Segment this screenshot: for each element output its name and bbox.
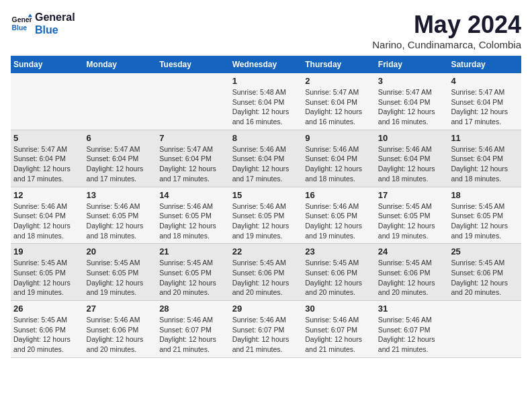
calendar-cell: 25Sunrise: 5:45 AMSunset: 6:06 PMDayligh… [448, 244, 521, 301]
day-info: Sunrise: 5:46 AMSunset: 6:07 PMDaylight:… [232, 315, 300, 355]
page-header: General Blue General Blue May 2024 Narin… [11, 11, 521, 50]
calendar-cell: 23Sunrise: 5:45 AMSunset: 6:06 PMDayligh… [302, 244, 375, 301]
week-row-1: 1Sunrise: 5:48 AMSunset: 6:04 PMDaylight… [11, 73, 521, 130]
day-info: Sunrise: 5:48 AMSunset: 6:04 PMDaylight:… [232, 87, 300, 127]
day-info: Sunrise: 5:46 AMSunset: 6:04 PMDaylight:… [13, 201, 81, 241]
day-number: 13 [87, 190, 154, 200]
calendar-cell: 21Sunrise: 5:45 AMSunset: 6:05 PMDayligh… [157, 244, 230, 301]
day-info: Sunrise: 5:47 AMSunset: 6:04 PMDaylight:… [159, 144, 227, 184]
calendar-cell: 12Sunrise: 5:46 AMSunset: 6:04 PMDayligh… [11, 187, 84, 244]
day-info: Sunrise: 5:45 AMSunset: 6:06 PMDaylight:… [305, 258, 373, 298]
day-info: Sunrise: 5:45 AMSunset: 6:05 PMDaylight:… [13, 258, 81, 298]
day-number: 30 [305, 304, 373, 314]
calendar-cell: 14Sunrise: 5:46 AMSunset: 6:05 PMDayligh… [157, 187, 230, 244]
logo-line1: General [35, 11, 75, 24]
day-number: 27 [87, 304, 154, 314]
day-info: Sunrise: 5:46 AMSunset: 6:05 PMDaylight:… [159, 201, 227, 241]
calendar-cell: 11Sunrise: 5:46 AMSunset: 6:04 PMDayligh… [448, 130, 521, 187]
day-number: 12 [13, 190, 81, 200]
day-number: 11 [451, 133, 519, 143]
logo-line2: Blue [35, 24, 75, 36]
calendar-cell: 30Sunrise: 5:46 AMSunset: 6:07 PMDayligh… [302, 301, 375, 358]
title-block: May 2024 Narino, Cundinamarca, Colombia [372, 11, 521, 50]
weekday-header-tuesday: Tuesday [157, 56, 230, 73]
weekday-header-saturday: Saturday [448, 56, 521, 73]
weekday-header-monday: Monday [84, 56, 157, 73]
logo-icon: General Blue [11, 13, 32, 34]
calendar-cell: 8Sunrise: 5:46 AMSunset: 6:04 PMDaylight… [230, 130, 303, 187]
day-number: 15 [232, 190, 300, 200]
day-info: Sunrise: 5:46 AMSunset: 6:07 PMDaylight:… [305, 315, 373, 355]
day-number: 24 [378, 246, 446, 257]
calendar-cell: 5Sunrise: 5:47 AMSunset: 6:04 PMDaylight… [11, 130, 84, 187]
week-row-5: 26Sunrise: 5:45 AMSunset: 6:06 PMDayligh… [11, 301, 521, 358]
subtitle: Narino, Cundinamarca, Colombia [372, 39, 521, 50]
svg-marker-2 [28, 14, 32, 17]
calendar-cell: 29Sunrise: 5:46 AMSunset: 6:07 PMDayligh… [230, 301, 303, 358]
day-info: Sunrise: 5:46 AMSunset: 6:06 PMDaylight:… [87, 315, 154, 355]
day-info: Sunrise: 5:47 AMSunset: 6:04 PMDaylight:… [451, 87, 519, 127]
calendar-cell: 18Sunrise: 5:45 AMSunset: 6:05 PMDayligh… [448, 187, 521, 244]
day-number: 4 [451, 76, 519, 86]
calendar-cell [157, 73, 230, 130]
day-number: 7 [159, 133, 227, 143]
calendar-cell: 4Sunrise: 5:47 AMSunset: 6:04 PMDaylight… [448, 73, 521, 130]
calendar-cell: 9Sunrise: 5:46 AMSunset: 6:04 PMDaylight… [302, 130, 375, 187]
day-number: 25 [451, 246, 519, 257]
day-number: 17 [378, 190, 446, 200]
day-info: Sunrise: 5:45 AMSunset: 6:05 PMDaylight:… [87, 258, 154, 298]
logo: General Blue General Blue [11, 11, 75, 36]
day-number: 9 [305, 133, 373, 143]
day-number: 2 [305, 76, 373, 86]
weekday-header-sunday: Sunday [11, 56, 84, 73]
day-number: 31 [378, 304, 446, 314]
calendar-cell [84, 73, 157, 130]
day-number: 10 [378, 133, 446, 143]
day-number: 19 [13, 246, 81, 257]
calendar-cell: 7Sunrise: 5:47 AMSunset: 6:04 PMDaylight… [157, 130, 230, 187]
day-number: 22 [232, 246, 300, 257]
day-number: 8 [232, 133, 300, 143]
day-info: Sunrise: 5:47 AMSunset: 6:04 PMDaylight:… [378, 87, 446, 127]
day-info: Sunrise: 5:46 AMSunset: 6:05 PMDaylight:… [305, 201, 373, 241]
day-info: Sunrise: 5:46 AMSunset: 6:05 PMDaylight:… [232, 201, 300, 241]
day-number: 14 [159, 190, 227, 200]
day-info: Sunrise: 5:45 AMSunset: 6:06 PMDaylight:… [232, 258, 300, 298]
calendar-cell: 24Sunrise: 5:45 AMSunset: 6:06 PMDayligh… [375, 244, 449, 301]
calendar-cell: 2Sunrise: 5:47 AMSunset: 6:04 PMDaylight… [302, 73, 375, 130]
weekday-header-row: SundayMondayTuesdayWednesdayThursdayFrid… [11, 56, 521, 73]
calendar-cell: 15Sunrise: 5:46 AMSunset: 6:05 PMDayligh… [230, 187, 303, 244]
calendar-cell: 27Sunrise: 5:46 AMSunset: 6:06 PMDayligh… [84, 301, 157, 358]
day-info: Sunrise: 5:47 AMSunset: 6:04 PMDaylight:… [87, 144, 154, 184]
week-row-3: 12Sunrise: 5:46 AMSunset: 6:04 PMDayligh… [11, 187, 521, 244]
calendar-cell: 31Sunrise: 5:46 AMSunset: 6:07 PMDayligh… [375, 301, 449, 358]
day-info: Sunrise: 5:45 AMSunset: 6:05 PMDaylight:… [451, 201, 519, 241]
day-info: Sunrise: 5:45 AMSunset: 6:05 PMDaylight:… [378, 201, 446, 241]
day-info: Sunrise: 5:46 AMSunset: 6:07 PMDaylight:… [159, 315, 227, 355]
calendar-cell: 22Sunrise: 5:45 AMSunset: 6:06 PMDayligh… [230, 244, 303, 301]
svg-text:General: General [12, 17, 32, 24]
calendar-cell: 16Sunrise: 5:46 AMSunset: 6:05 PMDayligh… [302, 187, 375, 244]
calendar-cell: 26Sunrise: 5:45 AMSunset: 6:06 PMDayligh… [11, 301, 84, 358]
day-number: 3 [378, 76, 446, 86]
week-row-2: 5Sunrise: 5:47 AMSunset: 6:04 PMDaylight… [11, 130, 521, 187]
calendar-cell [11, 73, 84, 130]
calendar-cell: 10Sunrise: 5:46 AMSunset: 6:04 PMDayligh… [375, 130, 449, 187]
calendar-cell: 28Sunrise: 5:46 AMSunset: 6:07 PMDayligh… [157, 301, 230, 358]
day-number: 23 [305, 246, 373, 257]
day-info: Sunrise: 5:46 AMSunset: 6:04 PMDaylight:… [232, 144, 300, 184]
svg-text:Blue: Blue [12, 24, 28, 32]
day-number: 26 [13, 304, 81, 314]
day-info: Sunrise: 5:47 AMSunset: 6:04 PMDaylight:… [305, 87, 373, 127]
day-info: Sunrise: 5:45 AMSunset: 6:06 PMDaylight:… [378, 258, 446, 298]
main-title: May 2024 [372, 11, 521, 39]
calendar-cell: 20Sunrise: 5:45 AMSunset: 6:05 PMDayligh… [84, 244, 157, 301]
day-number: 21 [159, 246, 227, 257]
day-number: 6 [87, 133, 154, 143]
day-number: 16 [305, 190, 373, 200]
day-number: 18 [451, 190, 519, 200]
calendar-cell: 13Sunrise: 5:46 AMSunset: 6:05 PMDayligh… [84, 187, 157, 244]
day-info: Sunrise: 5:46 AMSunset: 6:07 PMDaylight:… [378, 315, 446, 355]
day-info: Sunrise: 5:45 AMSunset: 6:05 PMDaylight:… [159, 258, 227, 298]
week-row-4: 19Sunrise: 5:45 AMSunset: 6:05 PMDayligh… [11, 244, 521, 301]
